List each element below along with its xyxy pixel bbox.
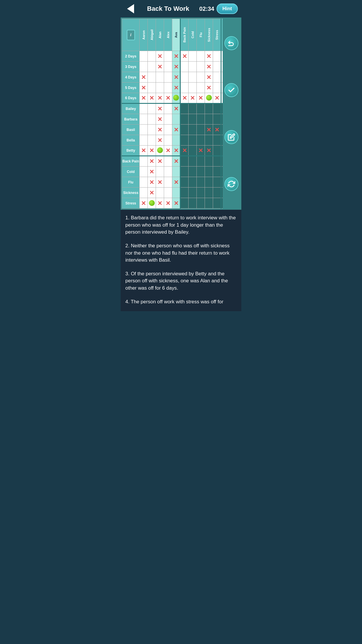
cell-stress-alan[interactable]: ✕: [156, 198, 164, 209]
cell-5days-aaron[interactable]: ✕: [140, 83, 148, 93]
cell-betty-stress[interactable]: [213, 146, 221, 156]
refresh-button[interactable]: [224, 177, 238, 191]
cell-bailey-abigail[interactable]: [148, 104, 156, 114]
cell-stress-aaron[interactable]: ✕: [140, 198, 148, 209]
cell-4days-stress[interactable]: [213, 72, 221, 83]
cell-3days-stress[interactable]: [213, 62, 221, 72]
cell-5days-flu[interactable]: [197, 83, 205, 93]
cell-sickness-alex[interactable]: [164, 188, 172, 198]
cell-basil-cold[interactable]: [189, 125, 197, 135]
cell-backpain-alex[interactable]: [164, 156, 172, 167]
cell-2days-aaron[interactable]: [140, 51, 148, 62]
cell-2days-stress[interactable]: [213, 51, 221, 62]
cell-backpain-alan[interactable]: ✕: [156, 156, 164, 167]
cell-4days-backpain[interactable]: [180, 72, 189, 83]
cell-flu-backpain[interactable]: [180, 177, 189, 188]
cell-6days-cold[interactable]: ✕: [189, 93, 197, 104]
cell-betty-alex[interactable]: ✕: [164, 146, 172, 156]
cell-cold-cold[interactable]: [189, 167, 197, 177]
cell-bella-stress[interactable]: [213, 135, 221, 146]
cell-barbara-alex[interactable]: [164, 114, 172, 125]
cell-2days-ava[interactable]: ✕: [172, 51, 180, 62]
cell-stress-abigail[interactable]: [148, 198, 156, 209]
cell-flu-alex[interactable]: [164, 177, 172, 188]
cell-bella-backpain[interactable]: [180, 135, 189, 146]
cell-4days-alex[interactable]: [164, 72, 172, 83]
cell-basil-sickness[interactable]: ✕: [205, 125, 213, 135]
cell-5days-abigail[interactable]: [148, 83, 156, 93]
cell-4days-alan[interactable]: [156, 72, 164, 83]
cell-bella-cold[interactable]: [189, 135, 197, 146]
cell-basil-stress[interactable]: ✕: [213, 125, 221, 135]
cell-backpain-ava[interactable]: ✕: [172, 156, 180, 167]
cell-5days-alex[interactable]: [164, 83, 172, 93]
cell-bailey-flu[interactable]: [197, 104, 205, 114]
cell-stress-flu[interactable]: [197, 198, 205, 209]
cell-cold-stress[interactable]: [213, 167, 221, 177]
cell-sickness-abigail[interactable]: ✕: [148, 188, 156, 198]
cell-stress-cold[interactable]: [189, 198, 197, 209]
cell-basil-aaron[interactable]: [140, 125, 148, 135]
cell-cold-alex[interactable]: [164, 167, 172, 177]
cell-3days-alan[interactable]: ✕: [156, 62, 164, 72]
undo-button[interactable]: [224, 36, 238, 50]
cell-sickness-alan[interactable]: [156, 188, 164, 198]
cell-3days-aaron[interactable]: [140, 62, 148, 72]
cell-basil-alex[interactable]: [164, 125, 172, 135]
cell-barbara-stress[interactable]: [213, 114, 221, 125]
cell-sickness-aaron[interactable]: [140, 188, 148, 198]
cell-backpain-abigail[interactable]: ✕: [148, 156, 156, 167]
cell-flu-aaron[interactable]: [140, 177, 148, 188]
cell-6days-flu[interactable]: ✕: [197, 93, 205, 104]
cell-basil-ava[interactable]: ✕: [172, 125, 180, 135]
cell-6days-alan[interactable]: ✕: [156, 93, 164, 104]
cell-bailey-alan[interactable]: ✕: [156, 104, 164, 114]
cell-backpain-flu[interactable]: [197, 156, 205, 167]
cell-2days-sickness[interactable]: ✕: [205, 51, 213, 62]
cell-sickness-ava[interactable]: [172, 188, 180, 198]
cell-flu-abigail[interactable]: ✕: [148, 177, 156, 188]
cell-backpain-sickness[interactable]: [205, 156, 213, 167]
cell-barbara-alan[interactable]: ✕: [156, 114, 164, 125]
cell-6days-abigail[interactable]: ✕: [148, 93, 156, 104]
cell-6days-backpain[interactable]: ✕: [180, 93, 189, 104]
cell-betty-flu[interactable]: ✕: [197, 146, 205, 156]
cell-4days-ava[interactable]: ✕: [172, 72, 180, 83]
check-button[interactable]: [224, 83, 238, 97]
cell-barbara-flu[interactable]: [197, 114, 205, 125]
cell-6days-stress[interactable]: ✕: [213, 93, 221, 104]
cell-3days-sickness[interactable]: ✕: [205, 62, 213, 72]
cell-basil-alan[interactable]: ✕: [156, 125, 164, 135]
cell-bella-abigail[interactable]: [148, 135, 156, 146]
cell-bella-ava[interactable]: [172, 135, 180, 146]
cell-stress-stress[interactable]: [213, 198, 221, 209]
cell-bella-aaron[interactable]: [140, 135, 148, 146]
cell-3days-abigail[interactable]: [148, 62, 156, 72]
cell-stress-sickness[interactable]: [205, 198, 213, 209]
cell-3days-ava[interactable]: ✕: [172, 62, 180, 72]
cell-backpain-cold[interactable]: [189, 156, 197, 167]
cell-3days-cold[interactable]: [189, 62, 197, 72]
cell-bailey-ava[interactable]: ✕: [172, 104, 180, 114]
cell-4days-flu[interactable]: [197, 72, 205, 83]
cell-bella-flu[interactable]: [197, 135, 205, 146]
cell-backpain-backpain[interactable]: [180, 156, 189, 167]
cell-4days-cold[interactable]: [189, 72, 197, 83]
cell-betty-ava[interactable]: ✕: [172, 146, 180, 156]
cell-barbara-backpain[interactable]: [180, 114, 189, 125]
cell-6days-ava[interactable]: [172, 93, 180, 104]
cell-2days-backpain[interactable]: ✕: [180, 51, 189, 62]
cell-bella-alex[interactable]: [164, 135, 172, 146]
cell-barbara-cold[interactable]: [189, 114, 197, 125]
cell-cold-backpain[interactable]: [180, 167, 189, 177]
cell-4days-sickness[interactable]: ✕: [205, 72, 213, 83]
cell-2days-cold[interactable]: [189, 51, 197, 62]
cell-betty-cold[interactable]: [189, 146, 197, 156]
cell-5days-cold[interactable]: [189, 83, 197, 93]
cell-bailey-alex[interactable]: [164, 104, 172, 114]
cell-betty-alan[interactable]: [156, 146, 164, 156]
cell-sickness-flu[interactable]: [197, 188, 205, 198]
cell-bailey-aaron[interactable]: [140, 104, 148, 114]
cell-stress-alex[interactable]: ✕: [164, 198, 172, 209]
cell-barbara-ava[interactable]: [172, 114, 180, 125]
